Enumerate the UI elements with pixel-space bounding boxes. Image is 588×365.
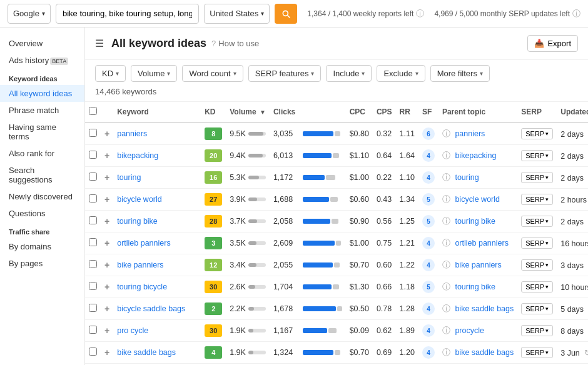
serp-button[interactable]: SERP ▾ xyxy=(521,194,553,205)
word-count-filter-button[interactable]: Word count ▾ xyxy=(182,65,243,82)
sidebar-item-all-keyword-ideas[interactable]: All keyword ideas xyxy=(0,85,84,102)
row-checkbox[interactable] xyxy=(89,151,97,159)
kd-filter-button[interactable]: KD ▾ xyxy=(95,65,126,82)
keyword-link[interactable]: touring xyxy=(117,173,141,182)
keyword-link[interactable]: panniers xyxy=(117,129,147,138)
include-filter-button[interactable]: Include ▾ xyxy=(326,65,372,82)
refresh-icon[interactable]: ↻ xyxy=(584,348,588,358)
add-keyword-icon[interactable]: + xyxy=(104,216,109,226)
parent-topic-link[interactable]: bike panniers xyxy=(455,261,501,269)
info-icon[interactable]: ⓘ xyxy=(442,217,450,226)
parent-topic-link[interactable]: panniers xyxy=(455,129,485,138)
add-keyword-icon[interactable]: + xyxy=(104,194,109,204)
add-keyword-icon[interactable]: + xyxy=(104,348,109,358)
add-keyword-icon[interactable]: + xyxy=(104,238,109,248)
sidebar-item-overview[interactable]: Overview xyxy=(0,35,84,52)
parent-topic-link[interactable]: bicycle world xyxy=(455,195,500,204)
sidebar-item-questions[interactable]: Questions xyxy=(0,205,84,222)
volume-filter-button[interactable]: Volume ▾ xyxy=(131,65,177,82)
add-keyword-icon[interactable]: + xyxy=(104,151,109,161)
serp-button[interactable]: SERP ▾ xyxy=(521,238,553,249)
row-checkbox[interactable] xyxy=(89,216,97,224)
keyword-link[interactable]: pro cycle xyxy=(117,326,148,335)
row-checkbox[interactable] xyxy=(89,282,97,290)
query-input[interactable] xyxy=(56,4,199,24)
sidebar-section-keyword-ideas: Keyword ideas xyxy=(0,69,84,85)
serp-button[interactable]: SERP ▾ xyxy=(521,216,553,227)
col-header-volume[interactable]: Volume ▼ xyxy=(226,102,270,122)
sidebar-item-ads-history[interactable]: Ads historyBETA xyxy=(0,52,84,69)
parent-topic-link[interactable]: touring bike xyxy=(455,282,495,291)
parent-topic-link[interactable]: bike saddle bags xyxy=(455,304,514,313)
select-all-checkbox[interactable] xyxy=(89,107,97,115)
add-keyword-icon[interactable]: + xyxy=(104,172,109,182)
sidebar-item-by-domains[interactable]: By domains xyxy=(0,238,84,255)
row-sf-cell: 4 xyxy=(418,342,438,364)
row-checkbox[interactable] xyxy=(89,172,97,181)
parent-topic-link[interactable]: bike saddle bags xyxy=(455,348,514,357)
menu-icon[interactable]: ☰ xyxy=(95,38,104,49)
add-keyword-icon[interactable]: + xyxy=(104,282,109,292)
info-icon[interactable]: ⓘ xyxy=(442,261,450,269)
how-to-use-button[interactable]: ? How to use xyxy=(211,39,259,48)
weekly-reports-info-icon[interactable]: ⓘ xyxy=(416,8,424,19)
sidebar-item-phrase-match[interactable]: Phrase match xyxy=(0,102,84,119)
serp-features-filter-button[interactable]: SERP features ▾ xyxy=(248,65,322,82)
sidebar-item-by-pages[interactable]: By pages xyxy=(0,255,84,272)
row-checkbox[interactable] xyxy=(89,304,97,312)
engine-select[interactable]: Google ▾ xyxy=(8,4,51,24)
parent-topic-link[interactable]: ortlieb panniers xyxy=(455,239,508,248)
parent-topic-link[interactable]: touring xyxy=(455,173,479,182)
sidebar-item-search-suggestions[interactable]: Search suggestions xyxy=(0,162,84,188)
keyword-link[interactable]: ortlieb panniers xyxy=(117,239,170,248)
parent-topic-link[interactable]: procycle xyxy=(455,326,484,335)
info-icon[interactable]: ⓘ xyxy=(442,195,450,204)
sidebar-item-having-same-terms[interactable]: Having same terms xyxy=(0,119,84,145)
row-checkbox[interactable] xyxy=(89,348,97,356)
serp-button[interactable]: SERP ▾ xyxy=(521,172,553,183)
exclude-filter-button[interactable]: Exclude ▾ xyxy=(377,65,425,82)
serp-button[interactable]: SERP ▾ xyxy=(521,259,553,271)
add-keyword-icon[interactable]: + xyxy=(104,129,109,139)
info-icon[interactable]: ⓘ xyxy=(442,239,450,248)
info-icon[interactable]: ⓘ xyxy=(442,304,450,313)
keyword-link[interactable]: touring bike xyxy=(117,217,158,226)
add-keyword-icon[interactable]: + xyxy=(104,326,109,336)
keyword-link[interactable]: bike panniers xyxy=(117,261,163,269)
info-icon[interactable]: ⓘ xyxy=(442,173,450,182)
row-checkbox[interactable] xyxy=(89,238,97,246)
search-button[interactable] xyxy=(275,4,297,24)
sidebar-item-newly-discovered[interactable]: Newly discovered xyxy=(0,188,84,205)
keyword-link[interactable]: bikepacking xyxy=(117,151,158,160)
row-checkbox[interactable] xyxy=(89,326,97,334)
info-icon[interactable]: ⓘ xyxy=(442,348,450,357)
keyword-link[interactable]: bike saddle bags xyxy=(117,348,176,357)
monthly-serp-info-icon[interactable]: ⓘ xyxy=(572,8,580,19)
row-checkbox[interactable] xyxy=(89,194,97,202)
sidebar-item-also-rank-for[interactable]: Also rank for xyxy=(0,145,84,162)
serp-button[interactable]: SERP ▾ xyxy=(521,325,553,336)
parent-topic-link[interactable]: bikepacking xyxy=(455,151,496,160)
row-checkbox[interactable] xyxy=(89,129,97,137)
parent-topic-link[interactable]: touring bike xyxy=(455,217,495,226)
keyword-link[interactable]: bicycle world xyxy=(117,195,162,204)
export-button[interactable]: 📥 Export xyxy=(527,35,578,52)
info-icon[interactable]: ⓘ xyxy=(442,326,450,335)
serp-button[interactable]: SERP ▾ xyxy=(521,128,553,139)
keyword-link[interactable]: bicycle saddle bags xyxy=(117,304,185,313)
row-checkbox[interactable] xyxy=(89,260,97,268)
serp-button[interactable]: SERP ▾ xyxy=(521,150,553,161)
more-filters-button[interactable]: More filters ▾ xyxy=(430,65,490,82)
table-row: + bikepacking 20 9.4K 6,013 $1.10 xyxy=(85,145,588,167)
add-keyword-icon[interactable]: + xyxy=(104,304,109,314)
keyword-link[interactable]: touring bicycle xyxy=(117,282,167,291)
location-select[interactable]: United States ▾ xyxy=(204,4,270,24)
serp-button[interactable]: SERP ▾ xyxy=(521,303,553,314)
info-icon[interactable]: ⓘ xyxy=(442,282,450,291)
kd-badge: 3 xyxy=(205,237,222,249)
serp-button[interactable]: SERP ▾ xyxy=(521,281,553,292)
serp-button[interactable]: SERP ▾ xyxy=(521,347,553,358)
add-keyword-icon[interactable]: + xyxy=(104,260,109,270)
info-icon[interactable]: ⓘ xyxy=(442,129,450,138)
info-icon[interactable]: ⓘ xyxy=(442,151,450,160)
